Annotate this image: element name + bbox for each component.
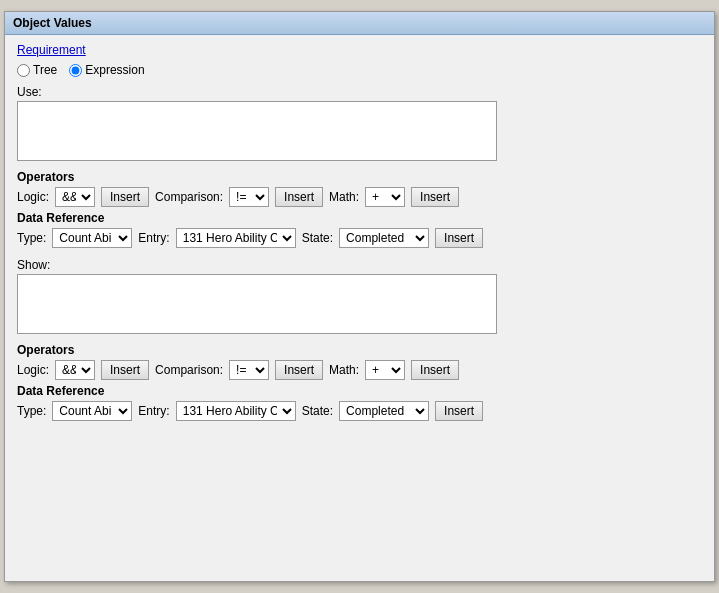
main-window: Object Values Requirement Tree Expressio… (4, 11, 715, 582)
window-title: Object Values (13, 16, 92, 30)
math-label: Math: (329, 190, 359, 204)
show-section: Show: Operators Logic: && || Insert Comp… (17, 258, 702, 421)
use-operators-label: Operators (17, 170, 702, 184)
show-type-label: Type: (17, 404, 46, 418)
use-data-reference: Data Reference Type: Count Abi Count Ent… (17, 211, 702, 248)
use-label: Use: (17, 85, 702, 99)
expression-radio[interactable] (69, 64, 82, 77)
show-entry-select[interactable]: 131 Hero Ability Che 131 Hero Che (176, 401, 296, 421)
show-data-ref-label: Data Reference (17, 384, 702, 398)
comparison-select[interactable]: != == < > (229, 187, 269, 207)
show-math-select[interactable]: + - * / (365, 360, 405, 380)
title-bar: Object Values (5, 12, 714, 35)
tree-radio-label[interactable]: Tree (17, 63, 57, 77)
breadcrumb-link[interactable]: Requirement (17, 43, 86, 57)
show-insert-button[interactable]: Insert (435, 401, 483, 421)
show-math-insert-button[interactable]: Insert (411, 360, 459, 380)
radio-group: Tree Expression (17, 63, 702, 77)
show-operators: Operators Logic: && || Insert Comparison… (17, 343, 702, 380)
tree-label: Tree (33, 63, 57, 77)
use-state-select[interactable]: Completed In Progress Not Started (339, 228, 429, 248)
show-comparison-label: Comparison: (155, 363, 223, 377)
show-logic-select[interactable]: && || (55, 360, 95, 380)
use-data-ref-label: Data Reference (17, 211, 702, 225)
tree-radio[interactable] (17, 64, 30, 77)
show-entry-label: Entry: (138, 404, 169, 418)
show-data-ref-row: Type: Count Abi Count Entry: 131 Hero Ab… (17, 401, 702, 421)
show-operators-row: Logic: && || Insert Comparison: != == < … (17, 360, 702, 380)
show-operators-label: Operators (17, 343, 702, 357)
logic-insert-button[interactable]: Insert (101, 187, 149, 207)
use-insert-button[interactable]: Insert (435, 228, 483, 248)
show-type-select[interactable]: Count Abi Count (52, 401, 132, 421)
comparison-label: Comparison: (155, 190, 223, 204)
use-textarea[interactable] (17, 101, 497, 161)
expression-radio-label[interactable]: Expression (69, 63, 144, 77)
use-operators: Operators Logic: && || Insert Comparison… (17, 170, 702, 207)
use-section: Use: Operators Logic: && || Insert Compa… (17, 85, 702, 248)
show-math-label: Math: (329, 363, 359, 377)
use-entry-select[interactable]: 131 Hero Ability Che 131 Hero Che (176, 228, 296, 248)
comparison-insert-button[interactable]: Insert (275, 187, 323, 207)
show-data-reference: Data Reference Type: Count Abi Count Ent… (17, 384, 702, 421)
use-entry-label: Entry: (138, 231, 169, 245)
show-label: Show: (17, 258, 702, 272)
show-state-label: State: (302, 404, 333, 418)
use-type-label: Type: (17, 231, 46, 245)
show-logic-label: Logic: (17, 363, 49, 377)
content-area: Requirement Tree Expression Use: Operato… (5, 35, 714, 437)
show-comparison-select[interactable]: != == < > (229, 360, 269, 380)
show-state-select[interactable]: Completed In Progress Not Started (339, 401, 429, 421)
use-state-label: State: (302, 231, 333, 245)
expression-label: Expression (85, 63, 144, 77)
show-textarea[interactable] (17, 274, 497, 334)
show-logic-insert-button[interactable]: Insert (101, 360, 149, 380)
use-type-select[interactable]: Count Abi Count (52, 228, 132, 248)
logic-label: Logic: (17, 190, 49, 204)
logic-select[interactable]: && || (55, 187, 95, 207)
show-comparison-insert-button[interactable]: Insert (275, 360, 323, 380)
use-data-ref-row: Type: Count Abi Count Entry: 131 Hero Ab… (17, 228, 702, 248)
use-operators-row: Logic: && || Insert Comparison: != == < … (17, 187, 702, 207)
math-select[interactable]: + - * / (365, 187, 405, 207)
math-insert-button[interactable]: Insert (411, 187, 459, 207)
